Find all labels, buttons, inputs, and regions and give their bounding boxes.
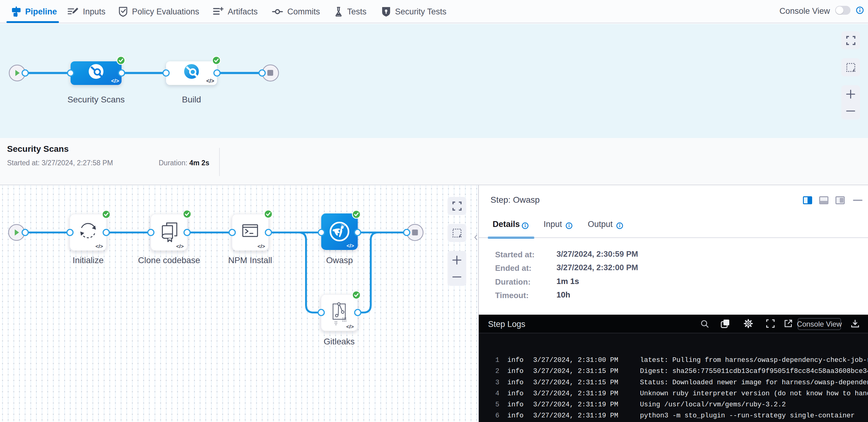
svg-text:</>: </> bbox=[257, 244, 265, 249]
svg-text:</>: </> bbox=[176, 244, 184, 249]
svg-text:Clone codebase: Clone codebase bbox=[138, 256, 200, 265]
svg-text:Initialize: Initialize bbox=[72, 256, 103, 265]
svg-text:</>: </> bbox=[95, 244, 103, 249]
svg-text:Build: Build bbox=[182, 95, 201, 104]
svg-text:NPM Install: NPM Install bbox=[228, 256, 272, 265]
svg-text:</>: </> bbox=[346, 324, 354, 330]
svg-text:</>: </> bbox=[206, 78, 214, 84]
svg-text:Gitleaks: Gitleaks bbox=[323, 337, 354, 346]
svg-text:Owasp: Owasp bbox=[326, 256, 353, 265]
svg-text:Security Scans: Security Scans bbox=[67, 95, 125, 104]
svg-text:</>: </> bbox=[346, 243, 354, 249]
svg-text:</>: </> bbox=[111, 78, 119, 84]
